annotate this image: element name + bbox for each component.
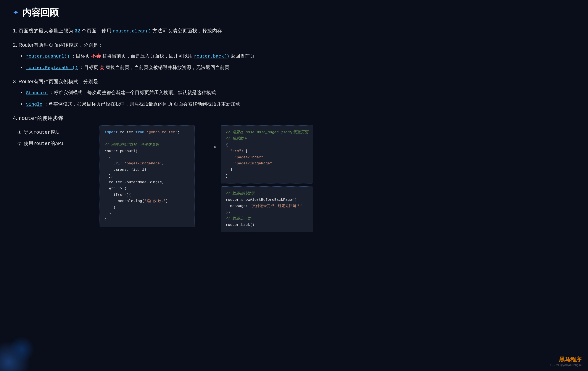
point-4-number: 4. xyxy=(13,115,17,121)
point-4-header: 4. router的使用步骤 xyxy=(13,114,575,123)
bullet-1-text-before: ：目标页 xyxy=(71,53,90,59)
rt-line-6: } xyxy=(226,173,308,179)
code-line-1: import router from '@ohos.router'; xyxy=(105,129,190,136)
point-4: 4. router的使用步骤 ① 导入router模块 ② 使用router的A… xyxy=(13,114,575,232)
point-1-text-after: 方法可以清空页面栈，释放内存 xyxy=(152,28,222,33)
step-list: ① 导入router模块 ② 使用router的API xyxy=(13,128,95,148)
point-3: 3. Router有两种页面实例模式，分别是： Standard ：标准实例模式… xyxy=(13,77,575,109)
code-line-8: err => { xyxy=(105,186,190,192)
bullet-1-code2: router.back() xyxy=(194,54,229,59)
page-title: 内容回顾 xyxy=(22,7,59,19)
point-3-bullet-1: Standard ：标准实例模式，每次调整都会新建一个目标页并压入栈顶。默认就是… xyxy=(26,88,575,97)
code-line-3: { xyxy=(105,155,190,161)
rt-line-3: "pages/Index", xyxy=(226,155,308,161)
content-area: 1. 页面栈的最大容量上限为 32 个页面，使用 router.clear() … xyxy=(13,26,575,232)
code-line-13: ) xyxy=(105,217,190,223)
arrow-container xyxy=(199,125,216,147)
point-2-header: 2. Router有两种页面跳转模式，分别是： xyxy=(13,41,575,50)
bullet-4-code: Single xyxy=(26,102,42,107)
watermark: 黑马程序 CSDN @youyoufenglai xyxy=(550,356,581,367)
code-block-right-bottom: // 返回确认提示 router.showAlertBeforeBackPage… xyxy=(221,186,313,232)
bullet-2-text-before: ：目标页 xyxy=(79,65,98,70)
bullet-1-highlight: 不会 xyxy=(91,53,101,59)
point-3-bullets: Standard ：标准实例模式，每次调整都会新建一个目标页并压入栈顶。默认就是… xyxy=(13,88,575,109)
point-1-text-before: 页面栈的最大容量上限为 xyxy=(19,28,73,33)
code-line-10: console.log('路由失败.') xyxy=(105,198,190,205)
point-1-code: router.clear() xyxy=(113,29,151,34)
rb-line-1: router.showAlertBeforeBackPage({ xyxy=(226,197,308,203)
code-comment-1: // 跳转到指定路径，并传递参数 xyxy=(105,142,190,148)
right-blocks: // 需要在 base/main_pages.json中配置页面 // 格式如下… xyxy=(221,125,313,232)
point-2-text: Router有两种页面跳转模式，分别是： xyxy=(19,42,103,48)
rt-line-4: "pages/ImagePage" xyxy=(226,161,308,167)
watermark-sub: CSDN @youyoufenglai xyxy=(550,363,581,367)
bullet-1-code: router.pushUrl() xyxy=(26,54,70,59)
bullet-1-text-mid: 替换当前页，而是压入页面栈，因此可以用 xyxy=(102,53,193,59)
code-line-6: }, xyxy=(105,173,190,179)
step-2-num: ② xyxy=(17,140,22,148)
rt-line-1: { xyxy=(226,142,308,148)
point-4-container: ① 导入router模块 ② 使用router的API import route… xyxy=(13,125,575,232)
point-2-bullets: router.pushUrl() ：目标页 不会 替换当前页，而是压入页面栈，因… xyxy=(13,52,575,72)
rb-comment-2: // 返回上一页 xyxy=(226,216,308,222)
bullet-1-text-after: 返回当前页 xyxy=(231,53,254,59)
watermark-brand: 黑马程序 xyxy=(550,356,581,363)
code-line-4: url: 'pages/ImagePage', xyxy=(105,161,190,167)
point-1-number: 1. xyxy=(13,28,17,33)
point-1-text-mid: 个页面，使用 xyxy=(82,28,111,33)
point-4-text: router的使用步骤 xyxy=(19,115,63,121)
rb-line-4: router.back() xyxy=(226,222,308,228)
point-2-bullet-1: router.pushUrl() ：目标页 不会 替换当前页，而是压入页面栈，因… xyxy=(26,52,575,61)
step-1-text: 导入router模块 xyxy=(24,128,60,137)
point-3-number: 3. xyxy=(13,79,17,84)
point-1: 1. 页面栈的最大容量上限为 32 个页面，使用 router.clear() … xyxy=(13,26,575,35)
bullet-3-text: ：标准实例模式，每次调整都会新建一个目标页并压入栈顶。默认就是这种模式 xyxy=(49,90,216,95)
point-3-text: Router有两种页面实例模式，分别是： xyxy=(19,79,103,84)
bullet-2-text-after: 替换当前页，当前页会被销毁并释放资源，无法返回当前页 xyxy=(106,65,229,70)
point-2: 2. Router有两种页面跳转模式，分别是： router.pushUrl()… xyxy=(13,41,575,72)
rb-line-2: message: '支付还未完成，确定返回吗？' xyxy=(226,203,308,209)
code-line-12: } xyxy=(105,211,190,217)
step-1-num: ① xyxy=(17,128,22,137)
point-2-number: 2. xyxy=(13,42,17,48)
title-icon: ✦ xyxy=(13,9,19,17)
point-3-bullet-2: Single ：单实例模式，如果目标页已经在栈中，则离栈顶最近的同Url页面会被… xyxy=(26,100,575,109)
code-line-11: } xyxy=(105,205,190,211)
code-line-7: router.RouterMode.Single, xyxy=(105,179,190,186)
code-block-left: import router from '@ohos.router'; // 跳转… xyxy=(100,125,195,227)
step-2-text: 使用router的API xyxy=(24,140,64,148)
point-2-bullet-2: router.ReplaceUrl() ：目标页 会 替换当前页，当前页会被销毁… xyxy=(26,63,575,72)
bullet-4-text: ：单实例模式，如果目标页已经在栈中，则离栈顶最近的同Url页面会被移动到栈顶并重… xyxy=(44,101,240,107)
code-line-2: router.pushUrl( xyxy=(105,148,190,155)
step-1: ① 导入router模块 xyxy=(17,128,95,137)
code-line-9: if(err){ xyxy=(105,192,190,198)
rt-comment-1: // 需要在 base/main_pages.json中配置页面 xyxy=(226,129,308,136)
rt-comment-2: // 格式如下： xyxy=(226,136,308,142)
rb-comment-1: // 返回确认提示 xyxy=(226,191,308,197)
code-block-right-top: // 需要在 base/main_pages.json中配置页面 // 格式如下… xyxy=(221,125,313,184)
point-4-left: ① 导入router模块 ② 使用router的API xyxy=(13,125,95,151)
step-2: ② 使用router的API xyxy=(17,140,95,148)
point-3-header: 3. Router有两种页面实例模式，分别是： xyxy=(13,77,575,86)
bullet-2-code: router.ReplaceUrl() xyxy=(26,65,78,70)
code-line-5: params: {id: 1} xyxy=(105,167,190,173)
arrow-line xyxy=(199,147,216,147)
bullet-3-code: Standard xyxy=(26,90,48,95)
page-title-container: ✦ 内容回顾 xyxy=(13,7,575,19)
rt-line-5: ] xyxy=(226,167,308,173)
bullet-2-highlight: 会 xyxy=(100,65,104,70)
point-1-highlight-num: 32 xyxy=(75,28,80,33)
rt-line-2: "src": [ xyxy=(226,148,308,155)
rb-line-3: }) xyxy=(226,209,308,216)
